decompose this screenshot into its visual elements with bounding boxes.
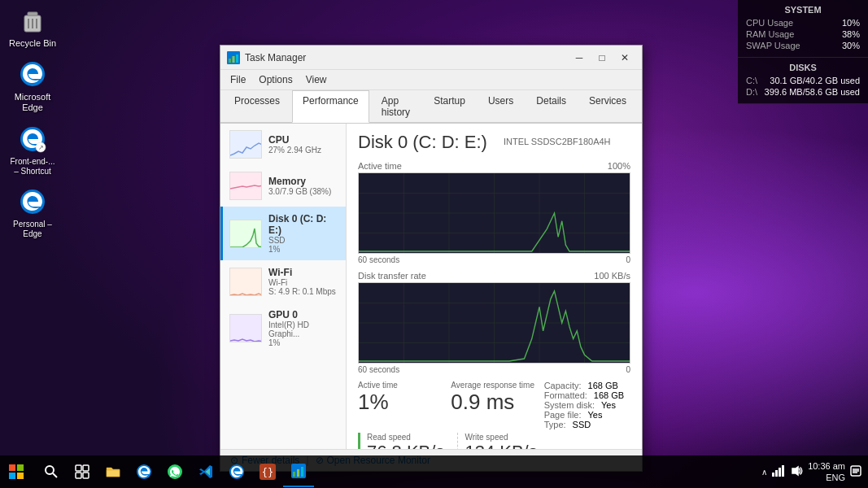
svg-rect-49 [301,467,303,477]
disk-header: Disk 0 (C: D: E:) INTEL SSDSC2BF180A4H [358,132,630,153]
type-value: SSD [573,420,591,429]
system-overlay: SYSTEM CPU Usage 10% RAM Usage 38% SWAP … [738,0,868,104]
frontend-shortcut-icon[interactable]: ↗ Front-end-...– Shortcut [4,119,61,181]
transfer-rate-section: Disk transfer rate 100 KB/s [358,271,630,374]
taskbar-edge-icon[interactable] [129,456,159,487]
active-time-chart [358,172,630,254]
ram-usage-val: 38% [842,29,860,39]
personal-edge-label: Personal –Edge [13,220,52,239]
taskbar-network-icon[interactable] [772,465,785,478]
sidebar-gpu[interactable]: GPU 0 Intel(R) HD Graphi... 1% [220,303,346,354]
minimize-button[interactable]: ─ [569,50,590,66]
disk-name: Disk 0 (C: D: E:) [268,213,339,236]
wifi-sub: Wi-Fi [268,278,339,287]
disk-pct: 1% [268,245,339,254]
tab-processes[interactable]: Processes [224,90,290,122]
transfer-rate-chart [358,282,630,364]
memory-sub: 3.0/7.9 GB (38%) [268,187,339,196]
taskmanager-icon [227,51,240,64]
system-section: SYSTEM CPU Usage 10% RAM Usage 38% SWAP … [738,0,868,58]
taskbar-edge2-icon[interactable] [221,456,252,487]
taskbar-explorer-icon[interactable] [98,456,129,487]
svg-text:↗: ↗ [38,144,44,151]
disk-c-row: C:\ 30.1 GB/40.2 GB used [746,76,860,85]
active-time-stat-value: 1% [358,390,444,415]
svg-rect-53 [782,465,784,477]
avg-response-stat-label: Average response time [451,381,537,390]
taskbar-taskmanager-taskbar-icon[interactable] [283,456,314,487]
taskbar-search-icon[interactable] [36,456,67,487]
tab-app-history[interactable]: App history [371,90,422,122]
taskbar-vscode-icon[interactable] [190,456,221,487]
swap-usage-row: SWAP Usage 30% [746,41,860,50]
gpu-pct: 1% [268,338,339,347]
cpu-usage-val: 10% [842,18,860,28]
svg-rect-37 [83,465,89,471]
edge-icon[interactable]: Microsoft Edge [4,54,61,118]
transfer-rate-seconds: 60 seconds [358,365,399,374]
sidebar-memory[interactable]: Memory 3.0/7.9 GB (38%) [220,165,346,207]
sidebar-wifi[interactable]: Wi-Fi Wi-Fi S: 4.9 R: 0.1 Mbps [220,260,346,303]
desktop-icons: Recycle Bin Microsoft Edge ↗ Front-end- [4,0,61,244]
taskbar-taskview-icon[interactable] [67,456,98,487]
disk-sub: SSD [268,236,339,245]
mem-mini-chart [229,172,262,200]
personal-edge-icon[interactable]: Personal –Edge [4,181,61,244]
svg-rect-39 [83,473,89,478]
menu-file[interactable]: File [224,72,252,88]
disk-c-key: C:\ [746,76,757,85]
disk-info: Disk 0 (C: D: E:) SSD 1% [268,213,339,254]
taskbar-volume-icon[interactable] [790,465,803,478]
svg-rect-38 [76,473,81,478]
taskbar-bracket-icon[interactable]: {} [252,456,283,487]
menubar: File Options View [220,70,642,90]
svg-rect-33 [17,473,24,479]
svg-rect-48 [297,469,299,477]
disk-mini-chart [229,220,262,248]
sidebar-disk[interactable]: Disk 0 (C: D: E:) SSD 1% [220,207,346,260]
svg-marker-54 [792,467,798,475]
taskbar-chevron-icon[interactable]: ∧ [761,468,767,477]
tab-users[interactable]: Users [478,90,524,122]
disk-d-key: D:\ [746,87,757,97]
taskbar-notification-icon[interactable] [850,465,861,478]
active-time-zero: 0 [626,255,630,264]
gpu-sub: Intel(R) HD Graphi... [268,320,339,338]
menu-view[interactable]: View [299,72,334,88]
disk-model: INTEL SSDSC2BF180A4H [504,137,611,146]
start-button[interactable] [0,455,33,488]
menu-options[interactable]: Options [252,72,299,88]
system-title: SYSTEM [746,5,860,15]
time-display: 10:36 am [808,460,845,472]
svg-text:{}: {} [262,467,273,478]
cpu-info: CPU 27% 2.94 GHz [268,134,339,155]
gpu-info: GPU 0 Intel(R) HD Graphi... 1% [268,309,339,347]
svg-rect-12 [233,56,235,63]
ram-usage-key: RAM Usage [746,29,794,39]
active-time-seconds: 60 seconds [358,255,399,264]
svg-rect-52 [779,468,781,477]
svg-rect-30 [9,464,15,471]
tab-details[interactable]: Details [526,90,577,122]
taskmanager-title: Task Manager [245,52,569,63]
write-speed-block: Write speed 134 KB/s [457,433,537,449]
wifi-pct: S: 4.9 R: 0.1 Mbps [268,287,339,296]
svg-rect-40 [107,470,120,477]
close-button[interactable]: ✕ [614,50,635,66]
sidebar-cpu[interactable]: CPU 27% 2.94 GHz [220,124,346,165]
tab-services[interactable]: Services [578,90,637,122]
capacity-label: Capacity: [544,381,582,390]
maximize-button[interactable]: □ [591,50,613,66]
active-time-stat-label: Active time [358,381,444,390]
active-time-time-row: 60 seconds 0 [358,255,630,264]
page-file-value: Yes [588,410,603,420]
tab-startup[interactable]: Startup [423,90,476,122]
cpu-name: CPU [268,134,339,146]
taskbar-whatsapp-icon[interactable] [159,456,190,487]
recycle-bin-icon[interactable]: Recycle Bin [4,0,61,54]
transfer-rate-max: 100 KB/s [594,271,630,281]
write-speed-value: 134 KB/s [465,442,537,449]
write-speed-label: Write speed [465,433,537,442]
tab-performance[interactable]: Performance [292,90,369,123]
transfer-rate-zero: 0 [626,365,630,374]
